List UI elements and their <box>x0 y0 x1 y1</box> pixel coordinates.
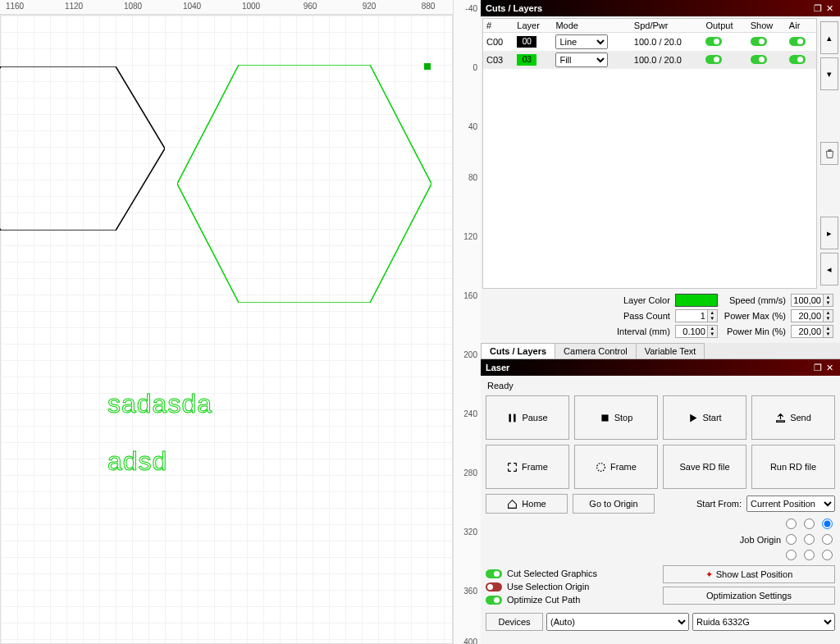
mode-select-c03[interactable]: Fill <box>555 53 608 67</box>
job-origin-grid[interactable] <box>786 518 835 560</box>
svg-point-6 <box>597 463 605 471</box>
start-from-label: Start From: <box>696 499 742 509</box>
show-last-position-button[interactable]: ✦Show Last Position <box>663 565 835 583</box>
laser-header: Laser ❐ ✕ <box>481 359 840 376</box>
power-max-field[interactable]: ▲▼ <box>791 309 835 322</box>
layer-properties: Layer Color Speed (mm/s) ▲▼ Pass Count ▲… <box>481 290 840 343</box>
cut-selected-toggle[interactable] <box>486 569 502 578</box>
start-button[interactable]: Start <box>663 395 746 440</box>
svg-marker-5 <box>691 413 697 422</box>
air-toggle-c03[interactable] <box>789 55 806 64</box>
cuts-layers-header: Cuts / Layers ❐ ✕ <box>481 0 840 16</box>
frame-circle-button[interactable]: Frame <box>574 445 658 489</box>
job-origin-label: Job Origin <box>740 535 781 545</box>
svg-rect-2 <box>509 413 511 422</box>
canvas-grid[interactable]: sadasda adsd <box>0 15 453 644</box>
send-button[interactable]: Send <box>751 395 835 440</box>
tab-cuts-layers[interactable]: Cuts / Layers <box>481 343 555 359</box>
output-toggle-c00[interactable] <box>705 37 722 46</box>
controller-select[interactable]: Ruida 6332G <box>692 613 835 631</box>
layer-move-down-button[interactable]: ▾ <box>820 57 838 90</box>
text-object-1[interactable]: sadasda <box>107 389 212 419</box>
cuts-layers-title: Cuts / Layers <box>486 3 812 13</box>
design-canvas[interactable]: 1160 1120 1080 1040 1000 960 920 880 -40… <box>0 0 481 644</box>
frame-rect-button[interactable]: Frame <box>486 445 569 489</box>
optimize-cut-path-toggle[interactable] <box>486 596 502 605</box>
layer-delete-button[interactable] <box>820 142 838 165</box>
layer-prev-button[interactable]: ◂ <box>820 253 838 285</box>
ruler-horizontal: 1160 1120 1080 1040 1000 960 920 880 <box>0 0 481 15</box>
stop-button[interactable]: Stop <box>574 395 658 440</box>
layer-row-c03[interactable]: C03 03 Fill 100.0 / 20.0 <box>483 51 816 69</box>
home-icon <box>507 499 518 509</box>
pause-button[interactable]: Pause <box>486 395 569 440</box>
trash-icon <box>824 148 835 159</box>
svg-marker-1 <box>177 65 431 303</box>
go-to-origin-button[interactable]: Go to Origin <box>573 494 655 514</box>
laser-float-icon[interactable]: ❐ <box>812 363 824 373</box>
panel-tabs: Cuts / Layers Camera Control Variable Te… <box>481 343 840 359</box>
layer-row-c00[interactable]: C00 00 Line 100.0 / 20.0 <box>483 33 816 52</box>
output-toggle-c03[interactable] <box>705 55 722 64</box>
panel-close-icon[interactable]: ✕ <box>824 3 835 14</box>
laser-close-icon[interactable]: ✕ <box>824 363 835 373</box>
pass-count-field[interactable]: ▲▼ <box>675 309 719 322</box>
interval-field[interactable]: ▲▼ <box>675 325 719 338</box>
optimization-settings-button[interactable]: Optimization Settings <box>663 587 835 605</box>
show-toggle-c03[interactable] <box>751 55 767 64</box>
laser-status: Ready <box>486 381 835 391</box>
play-icon <box>687 413 698 423</box>
selection-handle[interactable] <box>424 63 431 70</box>
panel-float-icon[interactable]: ❐ <box>812 3 824 14</box>
shape-hexagon-green[interactable] <box>177 65 431 303</box>
mode-select-c00[interactable]: Line <box>555 34 608 49</box>
frame-circle-icon <box>596 462 606 473</box>
laser-title: Laser <box>486 363 812 372</box>
show-toggle-c00[interactable] <box>751 37 767 46</box>
save-rd-button[interactable]: Save RD file <box>663 445 746 489</box>
svg-marker-0 <box>0 66 165 231</box>
devices-button[interactable]: Devices <box>486 613 543 631</box>
shape-hexagon-black[interactable] <box>0 66 165 231</box>
frame-rect-icon <box>507 462 518 473</box>
stop-icon <box>600 413 610 423</box>
pause-icon <box>507 413 518 423</box>
ruler-vertical: -40 0 40 80 120 160 200 240 280 320 360 … <box>453 0 481 644</box>
air-toggle-c00[interactable] <box>789 37 806 46</box>
power-min-field[interactable]: ▲▼ <box>791 325 835 338</box>
run-rd-button[interactable]: Run RD file <box>751 445 835 489</box>
layer-next-button[interactable]: ▸ <box>820 217 838 249</box>
layer-swatch-00[interactable]: 00 <box>517 36 536 48</box>
tab-variable-text[interactable]: Variable Text <box>636 343 705 359</box>
home-button[interactable]: Home <box>486 494 568 514</box>
layer-color-swatch[interactable] <box>675 294 718 307</box>
svg-rect-4 <box>601 414 608 421</box>
svg-rect-3 <box>514 413 516 422</box>
start-from-select[interactable]: Current Position <box>746 496 835 512</box>
speed-field[interactable]: ▲▼ <box>791 294 835 307</box>
layer-swatch-03[interactable]: 03 <box>517 54 536 66</box>
port-select[interactable]: (Auto) <box>546 613 689 631</box>
text-object-2[interactable]: adsd <box>107 446 167 477</box>
tab-camera-control[interactable]: Camera Control <box>555 343 637 359</box>
layers-table[interactable]: # Layer Mode Spd/Pwr Output Show Air C00… <box>482 18 817 289</box>
layer-move-up-button[interactable]: ▴ <box>820 21 838 54</box>
send-icon <box>775 413 786 423</box>
use-selection-origin-toggle[interactable] <box>486 582 502 591</box>
